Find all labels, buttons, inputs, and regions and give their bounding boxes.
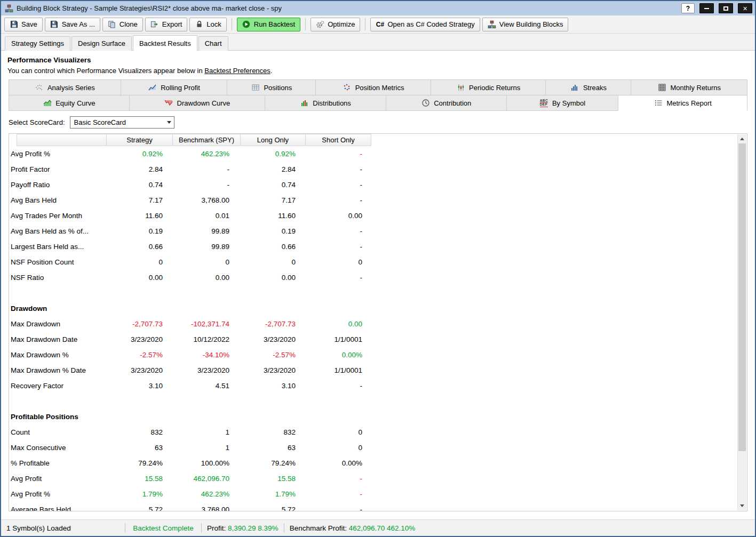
visualizer-tab-analysis-series[interactable]: Analysis Series	[9, 79, 121, 95]
tab-strategy-settings[interactable]: Strategy Settings	[5, 36, 70, 51]
metric-value: 1.79%	[234, 490, 300, 498]
visualizer-tab-label: Rolling Profit	[161, 84, 200, 92]
performance-visualizers-description: You can control which Performance Visual…	[7, 67, 755, 75]
metric-value: -	[300, 274, 366, 282]
close-button[interactable]: ×	[738, 3, 752, 13]
metric-name: Largest Bars Held as...	[9, 243, 99, 251]
table-row: Average Bars Held5.723,768.005.72-	[9, 502, 747, 511]
metric-value: -	[300, 506, 366, 511]
help-button[interactable]: ?	[681, 3, 695, 13]
run-backtest-button[interactable]: Run Backtest	[237, 18, 300, 31]
visualizer-tab-monthly-returns[interactable]: Monthly Returns	[631, 79, 747, 95]
metric-name: Profitable Positions	[9, 413, 99, 421]
visualizer-tab-contribution[interactable]: Contribution	[386, 95, 507, 111]
export-button[interactable]: Export	[145, 18, 188, 31]
open-as-c-coded-strategy-button[interactable]: C#Open as C# Coded Strategy	[370, 18, 480, 31]
toolbar-separator	[365, 18, 365, 30]
metric-value: 0	[300, 428, 366, 436]
periodic-returns-icon	[456, 83, 465, 92]
metric-value: -	[300, 165, 366, 173]
metric-value: 4.51	[166, 382, 234, 390]
metric-name: Avg Profit %	[9, 150, 99, 158]
minimize-button[interactable]	[699, 3, 714, 13]
title-bar: Building Block Strategy - Sample Strateg…	[1, 1, 755, 15]
metric-value: 3.10	[99, 382, 166, 390]
visualizer-tab-drawdown-curve[interactable]: Drawdown Curve	[129, 95, 266, 111]
metric-name: Max Drawdown Date	[9, 335, 99, 343]
vertical-scrollbar[interactable]	[737, 134, 746, 510]
run-icon	[242, 20, 251, 29]
profit-label: Profit:	[207, 524, 226, 532]
visualizer-tab-by-symbol[interactable]: ABCDEFBy Symbol	[506, 95, 619, 111]
backtest-status: Backtest Complete	[131, 524, 196, 532]
toolbar-separator	[305, 18, 306, 30]
metric-name: Recovery Factor	[9, 382, 99, 390]
table-row: Avg Bars Held7.173,768.007.17-	[9, 193, 747, 208]
visualizer-tab-metrics-report[interactable]: Metrics Report	[618, 95, 747, 111]
analysis-series-icon	[35, 83, 44, 92]
lock-button[interactable]: Lock	[189, 18, 226, 31]
button-label: Optimize	[328, 20, 355, 28]
metric-value: 100.00%	[166, 459, 234, 467]
visualizer-tab-periodic-returns[interactable]: Periodic Returns	[431, 79, 546, 95]
close-icon: ×	[743, 5, 747, 12]
metric-value: -2.57%	[99, 351, 166, 359]
button-label: Lock	[206, 20, 221, 28]
column-header-benchmark: Benchmark (SPY)	[172, 134, 241, 146]
csharp-icon: C#	[376, 20, 384, 29]
visualizer-tab-row-1: Analysis SeriesRolling ProfitPositionsPo…	[9, 79, 747, 95]
metric-value: 0	[166, 258, 234, 266]
chevron-down-icon	[167, 121, 171, 124]
scrollbar-thumb[interactable]	[738, 143, 746, 451]
visualizer-tab-streaks[interactable]: Streaks	[545, 79, 631, 95]
tab-design-surface[interactable]: Design Surface	[71, 36, 132, 51]
metrics-report-icon	[654, 99, 663, 107]
metric-name: Avg Bars Held as % of...	[9, 227, 99, 235]
backtest-preferences-link[interactable]: Backtest Preferences	[204, 67, 270, 75]
scroll-up-button[interactable]	[738, 134, 746, 143]
table-section-row: Profitable Positions	[9, 409, 747, 424]
visualizer-tab-equity-curve[interactable]: Equity Curve	[9, 95, 130, 111]
visualizer-tab-strip: Analysis SeriesRolling ProfitPositionsPo…	[9, 79, 747, 111]
rolling-profit-icon	[148, 83, 157, 92]
table-row: NSF Ratio0.000.000.00-	[9, 270, 747, 285]
scroll-down-button[interactable]	[738, 501, 746, 510]
save-button[interactable]: Save	[4, 18, 43, 31]
metric-value: -	[300, 150, 366, 158]
tab-chart[interactable]: Chart	[198, 36, 228, 51]
visualizer-tab-distributions[interactable]: Distributions	[265, 95, 386, 111]
metric-value: 0.00	[300, 212, 366, 220]
main-tab-bar: Strategy SettingsDesign SurfaceBacktest …	[1, 34, 755, 51]
save-as-button[interactable]: Save As ...	[45, 18, 100, 31]
visualizer-tab-position-metrics[interactable]: Position Metrics	[315, 79, 431, 95]
streaks-icon	[570, 83, 579, 92]
metric-value: 0	[234, 258, 300, 266]
tab-backtest-results[interactable]: Backtest Results	[133, 35, 197, 51]
optimize-button[interactable]: Optimize	[311, 18, 360, 31]
metric-value: 0.74	[99, 181, 166, 189]
triangle-down-icon	[740, 504, 744, 507]
visualizer-tab-label: Positions	[264, 84, 292, 92]
optimize-icon	[316, 20, 324, 29]
table-row: Max Drawdown Date3/23/202010/12/20223/23…	[9, 332, 747, 347]
metric-name: Avg Profit %	[9, 490, 99, 498]
performance-visualizers-title: Performance Visualizers	[7, 56, 755, 64]
visualizer-tab-positions[interactable]: Positions	[227, 79, 316, 95]
column-header-blank	[17, 134, 107, 146]
metric-value: -2.57%	[234, 351, 300, 359]
metrics-table-header: Strategy Benchmark (SPY) Long Only Short…	[9, 134, 747, 146]
metric-value: 3,768.00	[166, 506, 234, 511]
status-bar: 1 Symbol(s) Loaded Backtest Complete Pro…	[1, 519, 755, 536]
maximize-button[interactable]	[719, 3, 733, 13]
clone-button[interactable]: Clone	[102, 18, 143, 31]
visualizer-tab-rolling-profit[interactable]: Rolling Profit	[121, 79, 228, 95]
metric-value: -	[166, 165, 234, 173]
metric-value: -	[300, 196, 366, 204]
metric-name: Profit Factor	[9, 165, 99, 173]
scorecard-select[interactable]: Basic ScoreCard	[70, 116, 174, 129]
visualizer-tab-row-2: Equity CurveDrawdown CurveDistributionsC…	[9, 95, 747, 111]
metric-value: 0.74	[234, 181, 300, 189]
metric-value: 7.17	[99, 196, 166, 204]
view-building-blocks-button[interactable]: View Building Blocks	[482, 18, 569, 31]
scrollbar-track[interactable]	[738, 143, 746, 501]
